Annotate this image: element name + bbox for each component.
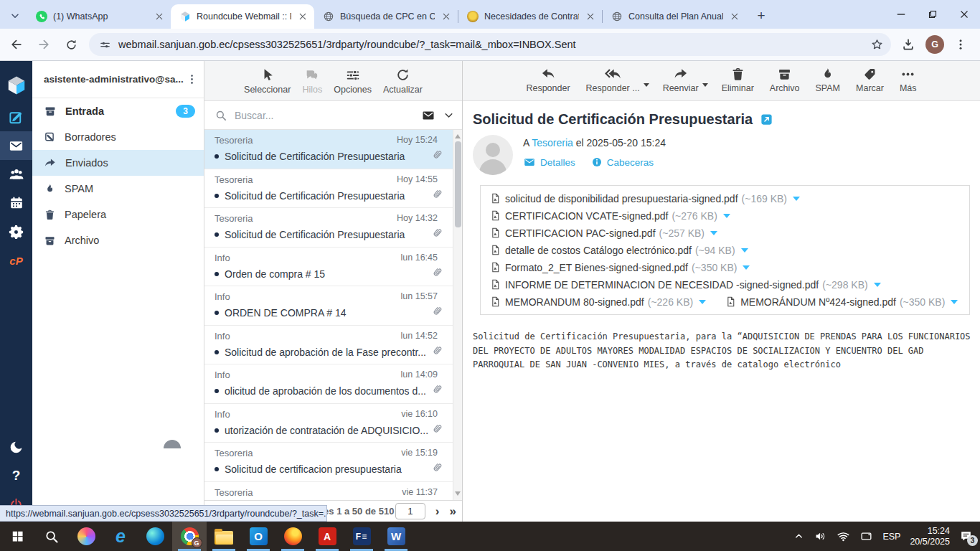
tab-busqueda-cpc[interactable]: Búsqueda de CPC en Catálo	[314, 4, 458, 29]
open-in-new-window-icon[interactable]	[760, 113, 773, 126]
reply-all-caret-icon[interactable]	[644, 83, 649, 87]
tray-chevron-up-icon[interactable]	[793, 531, 804, 542]
attachment-menu-caret-icon[interactable]	[741, 248, 748, 253]
tab-close-icon[interactable]	[297, 11, 308, 22]
reply-button[interactable]: Responder	[524, 66, 572, 93]
message-row[interactable]: Infolun 14:09 olicitud de aprobación de …	[204, 364, 462, 404]
downloads-icon[interactable]	[901, 37, 915, 52]
url-text[interactable]: webmail.sanjuan.gob.ec/cpsess3032525651/…	[118, 39, 870, 50]
site-settings-icon[interactable]	[99, 39, 111, 51]
headers-toggle[interactable]: Cabeceras	[591, 156, 654, 168]
threads-button[interactable]: Hilos	[300, 67, 324, 95]
calendar-nav-button[interactable]	[0, 189, 32, 217]
compose-button[interactable]	[0, 103, 32, 131]
new-tab-button[interactable]: +	[752, 6, 771, 25]
folder-entrada[interactable]: Entrada 3	[32, 98, 204, 124]
archive-button[interactable]: Archivo	[768, 66, 802, 93]
attachment-item[interactable]: MEMORANDUM 80-signed.pdf(~226 KB)	[489, 296, 706, 308]
help-button[interactable]: ?	[0, 461, 32, 490]
reply-all-button[interactable]: Responder ...	[584, 66, 642, 93]
profile-avatar[interactable]: G	[925, 35, 944, 54]
search-scope-mail-icon[interactable]	[421, 108, 435, 123]
tab-close-icon[interactable]	[729, 11, 740, 22]
edge-icon[interactable]	[138, 522, 172, 551]
next-page-button[interactable]: ›	[435, 505, 440, 517]
options-button[interactable]: Opciones	[331, 67, 374, 95]
forward-caret-icon[interactable]	[702, 83, 708, 87]
message-row[interactable]: Tesoreriavie 15:19 Solicitud de certific…	[204, 443, 462, 482]
browser-menu-icon[interactable]	[954, 38, 967, 51]
contacts-nav-button[interactable]	[0, 160, 32, 189]
tab-necesidades[interactable]: Necesidades de Contratació	[458, 4, 602, 29]
tab-close-icon[interactable]	[440, 11, 452, 22]
outlook-icon[interactable]: O	[241, 522, 275, 551]
dark-mode-button[interactable]	[0, 433, 32, 461]
attachment-item[interactable]: Formato_2_ET Bienes-signed-signed.pdf(~3…	[489, 261, 750, 273]
spam-button[interactable]: SPAM	[814, 66, 843, 93]
clock[interactable]: 15:24 20/5/2025	[910, 526, 950, 547]
folder-enviados[interactable]: Enviados	[32, 150, 204, 176]
settings-nav-button[interactable]	[0, 217, 32, 246]
message-row[interactable]: TesoreriaHoy 14:32 Solicitud de Certific…	[204, 208, 462, 248]
delete-button[interactable]: Eliminar	[720, 66, 756, 93]
attachment-menu-caret-icon[interactable]	[699, 300, 706, 304]
attachment-menu-caret-icon[interactable]	[743, 265, 750, 270]
file-explorer-icon[interactable]	[207, 522, 241, 551]
word-icon[interactable]: W	[379, 522, 413, 551]
attachment-menu-caret-icon[interactable]	[723, 214, 730, 218]
folder-spam[interactable]: SPAM	[32, 176, 204, 202]
mark-button[interactable]: Marcar	[854, 66, 886, 93]
taskbar-search-button[interactable]	[34, 522, 69, 551]
tab-roundcube[interactable]: Roundcube Webmail :: Envia	[171, 4, 314, 29]
forward-button[interactable]	[33, 34, 55, 55]
details-toggle[interactable]: Detalles	[523, 156, 575, 169]
recipient-link[interactable]: Tesoreria	[532, 137, 573, 149]
attachment-item[interactable]: MEMORÁNDUM Nº424-signed.pdf(~350 KB)	[725, 296, 958, 308]
display-connect-icon[interactable]	[859, 529, 873, 543]
forward-button[interactable]: Reenviar	[661, 66, 701, 93]
internet-explorer-icon[interactable]: e	[103, 522, 138, 551]
attachment-menu-caret-icon[interactable]	[874, 283, 881, 287]
message-row[interactable]: TesoreriaHoy 14:55 Solicitud de Certific…	[204, 169, 462, 209]
f-app-icon[interactable]: F≡	[344, 522, 379, 551]
acrobat-icon[interactable]: A	[310, 522, 344, 551]
last-page-button[interactable]: »	[450, 505, 456, 517]
copilot-icon[interactable]	[69, 522, 103, 551]
message-row[interactable]: Infovie 16:10 utorización de contratació…	[204, 404, 462, 443]
mail-nav-button[interactable]	[0, 131, 32, 160]
tab-search-button[interactable]	[6, 6, 24, 25]
folder-papelera[interactable]: Papelera	[32, 202, 204, 227]
message-row[interactable]: TesoreriaHoy 15:24 Solicitud de Certific…	[204, 130, 462, 169]
attachment-item[interactable]: INFORME DE DETERMINACION DE NECESIDAD -s…	[489, 278, 881, 291]
folder-archivo[interactable]: Archivo	[32, 227, 204, 253]
tab-plan-anual[interactable]: Consulta del Plan Anual de C	[603, 4, 746, 29]
select-button[interactable]: Seleccionar	[242, 67, 293, 95]
reload-button[interactable]	[60, 34, 82, 55]
start-button[interactable]	[0, 522, 34, 551]
account-menu-icon[interactable]	[186, 73, 198, 85]
back-button[interactable]	[6, 34, 27, 55]
attachment-menu-caret-icon[interactable]	[710, 231, 717, 235]
attachment-menu-caret-icon[interactable]	[793, 197, 800, 201]
message-row[interactable]: Infolun 16:45 Orden de compra # 15	[204, 248, 462, 287]
message-row[interactable]: Infolun 15:57 ORDEN DE COMPRA # 14	[204, 286, 462, 326]
more-button[interactable]: Más	[897, 66, 919, 93]
wifi-icon[interactable]	[837, 529, 850, 543]
search-input[interactable]	[235, 110, 414, 121]
minimize-button[interactable]	[885, 0, 917, 29]
restore-button[interactable]	[917, 0, 948, 29]
notifications-icon[interactable]: 3	[959, 529, 973, 543]
scroll-up-icon[interactable]	[455, 134, 461, 138]
attachment-menu-caret-icon[interactable]	[951, 300, 958, 304]
cpanel-button[interactable]: cP	[0, 246, 32, 275]
keyboard-language[interactable]: ESP	[882, 532, 900, 542]
tab-close-icon[interactable]	[154, 11, 165, 22]
page-input[interactable]	[395, 503, 425, 519]
bookmark-star-icon[interactable]	[870, 38, 884, 52]
attachment-item[interactable]: detalle de costos Catálogo electrónico.p…	[489, 244, 748, 256]
volume-icon[interactable]	[814, 529, 827, 543]
message-row[interactable]: Tesoreriavie 11:37	[204, 482, 462, 501]
firefox-icon[interactable]	[275, 522, 310, 551]
attachment-item[interactable]: solicitud de disponibilidad presupuestar…	[489, 192, 800, 204]
attachment-item[interactable]: CERTIFICACION VCATE-signed.pdf(~276 KB)	[489, 209, 730, 222]
